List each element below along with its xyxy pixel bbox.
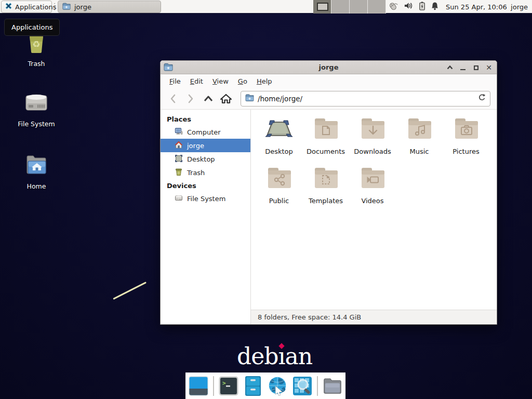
- desktop-icon-file-system[interactable]: File System: [11, 89, 61, 128]
- maximize-button[interactable]: [472, 64, 480, 71]
- mouse-icon[interactable]: [388, 1, 398, 12]
- music-folder-icon: [404, 116, 434, 146]
- file-item-public[interactable]: Public: [256, 165, 302, 215]
- top-panel: Applications jorge: [0, 0, 532, 14]
- back-button[interactable]: [166, 91, 180, 106]
- applications-menu-button[interactable]: Applications: [1, 1, 52, 13]
- up-button[interactable]: [201, 91, 216, 106]
- file-manager-icon[interactable]: [243, 376, 263, 396]
- desktop-icon-label: Trash: [28, 60, 45, 68]
- taskbar-window-label: jorge: [74, 3, 91, 11]
- workspace-2[interactable]: [331, 0, 350, 14]
- window-titlebar[interactable]: jorge ✕: [161, 61, 497, 74]
- debian-logo: debıan: [237, 343, 312, 369]
- file-item-templates[interactable]: Templates: [302, 165, 349, 215]
- shade-button[interactable]: [446, 64, 454, 71]
- sidebar-item-label: File System: [187, 195, 225, 203]
- workspace-3[interactable]: [350, 0, 368, 14]
- dock-separator: [317, 376, 318, 396]
- svg-text:♻: ♻: [177, 170, 180, 174]
- menu-help[interactable]: Help: [252, 76, 277, 87]
- computer-icon: [175, 127, 183, 137]
- battery-icon[interactable]: [419, 2, 425, 12]
- xfce-applications-icon: [5, 2, 12, 11]
- desktop-icon-label: Home: [27, 182, 46, 190]
- file-item-videos[interactable]: Videos: [349, 165, 396, 215]
- sidebar-item-desktop[interactable]: Desktop: [161, 152, 250, 166]
- file-item-downloads[interactable]: Downloads: [349, 116, 396, 165]
- workspace-window-preview: [317, 3, 328, 11]
- taskbar-window-button[interactable]: jorge: [58, 1, 161, 13]
- status-text: 8 folders, Free space: 14.4 GiB: [258, 313, 361, 321]
- file-grid: Desktop Documents Downloads: [251, 110, 497, 310]
- sidebar-item-trash[interactable]: ♻ Trash: [161, 166, 250, 179]
- forward-button[interactable]: [183, 91, 198, 106]
- file-folder-icon[interactable]: [322, 376, 343, 396]
- sidebar-item-label: Desktop: [187, 155, 215, 163]
- file-item-music[interactable]: Music: [396, 116, 443, 165]
- panel-handle[interactable]: [54, 3, 56, 10]
- downloads-folder-icon: [357, 116, 388, 146]
- show-desktop-icon[interactable]: [188, 376, 209, 396]
- sidebar-item-label: Trash: [187, 169, 205, 177]
- web-browser-icon[interactable]: [267, 376, 288, 396]
- sidebar-item-label: jorge: [187, 142, 204, 150]
- pictures-folder-icon: [451, 116, 481, 146]
- public-folder-icon: [264, 165, 294, 195]
- svg-text:♻: ♻: [32, 39, 40, 49]
- path-bar[interactable]: /home/jorge/: [241, 91, 490, 107]
- sidebar: Places Computer jorge: [161, 110, 251, 324]
- window-folder-icon: [164, 63, 173, 73]
- templates-folder-icon: [311, 165, 341, 195]
- path-text[interactable]: /home/jorge/: [258, 95, 474, 103]
- sidebar-item-jorge[interactable]: jorge: [161, 139, 250, 152]
- menu-file[interactable]: File: [165, 76, 185, 87]
- home-icon: [175, 141, 183, 151]
- applications-menu-label: Applications: [15, 3, 56, 11]
- svg-text:>: >: [222, 380, 226, 387]
- menu-bar: File Edit View Go Help: [161, 74, 497, 88]
- applications-tooltip: Applications: [4, 19, 60, 36]
- sidebar-places-header: Places: [161, 113, 250, 125]
- desktop-icon: [175, 154, 183, 164]
- bell-icon[interactable]: [431, 2, 439, 12]
- menu-go[interactable]: Go: [233, 76, 252, 87]
- home-button[interactable]: [219, 91, 233, 106]
- path-folder-icon: [245, 94, 254, 103]
- panel-clock[interactable]: Sun 25 Apr, 10:06: [446, 0, 507, 14]
- documents-folder-icon: [311, 116, 341, 146]
- file-item-documents[interactable]: Documents: [302, 116, 349, 165]
- desktop-icon-label: File System: [18, 120, 55, 128]
- status-bar: 8 folders, Free space: 14.4 GiB: [251, 310, 497, 324]
- workspace-1[interactable]: [313, 0, 331, 14]
- system-tray: [388, 0, 439, 14]
- videos-folder-icon: [357, 165, 388, 195]
- desktop: Applications jorge: [0, 0, 532, 399]
- reload-icon[interactable]: [478, 94, 486, 103]
- terminal-icon[interactable]: >: [218, 376, 239, 396]
- sidebar-item-file-system[interactable]: File System: [161, 192, 250, 205]
- application-finder-icon[interactable]: [292, 376, 313, 396]
- desktop-folder-icon: [264, 116, 294, 146]
- dock-panel: >: [185, 373, 345, 399]
- folder-icon: [62, 3, 71, 11]
- workspace-switcher: [313, 0, 386, 14]
- trash-icon: ♻: [175, 168, 183, 178]
- workspace-4[interactable]: [368, 0, 386, 14]
- hard-drive-icon: [23, 89, 49, 117]
- file-item-pictures[interactable]: Pictures: [443, 116, 489, 165]
- panel-username[interactable]: jorge: [511, 0, 528, 14]
- sidebar-item-computer[interactable]: Computer: [161, 125, 250, 139]
- volume-icon[interactable]: [404, 2, 414, 12]
- toolbar: /home/jorge/: [161, 88, 497, 109]
- hard-drive-icon: [175, 194, 183, 204]
- menu-edit[interactable]: Edit: [185, 76, 208, 87]
- dock-separator: [213, 376, 214, 396]
- close-button[interactable]: ✕: [485, 64, 493, 71]
- minimize-button[interactable]: [459, 64, 467, 71]
- desktop-icon-home[interactable]: Home: [11, 152, 61, 190]
- home-folder-icon: [23, 152, 49, 180]
- file-item-desktop[interactable]: Desktop: [256, 116, 302, 165]
- file-manager-window: jorge ✕ File Edit View Go Help: [160, 60, 497, 325]
- menu-view[interactable]: View: [208, 76, 233, 87]
